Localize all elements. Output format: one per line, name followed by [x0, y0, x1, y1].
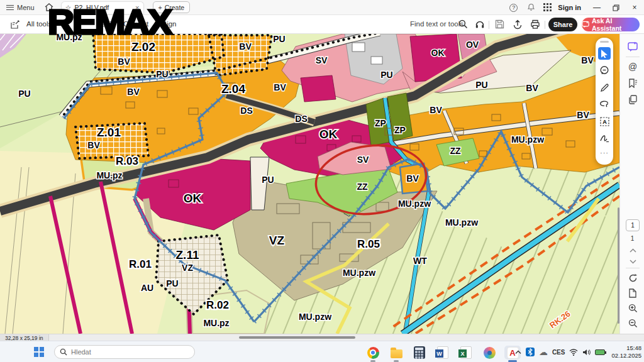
- taskbar-search[interactable]: [54, 345, 195, 359]
- apps-grid-icon[interactable]: [539, 3, 555, 13]
- search-icon[interactable]: [458, 19, 468, 29]
- svg-text:MU.pzw: MU.pzw: [511, 134, 544, 145]
- upload-share-icon[interactable]: [513, 19, 523, 30]
- divider: [489, 21, 489, 29]
- sign-in-button[interactable]: Sign in: [558, 4, 581, 11]
- ask-ai-assistant-button[interactable]: Ask AI Assistant: [582, 18, 640, 31]
- comment-tool-button[interactable]: [598, 64, 611, 77]
- svg-text:Z.02: Z.02: [131, 40, 155, 53]
- page-insert-icon: [628, 288, 637, 298]
- onedrive-cloud-icon[interactable]: ☁: [539, 347, 548, 357]
- restore-button[interactable]: [606, 0, 625, 15]
- save-icon[interactable]: [495, 19, 504, 29]
- svg-text:BV: BV: [118, 57, 130, 67]
- svg-text:VZ: VZ: [269, 234, 285, 247]
- svg-text:Z.04: Z.04: [221, 82, 245, 96]
- ai-chat-icon: [582, 21, 589, 28]
- svg-text:R.03: R.03: [116, 155, 138, 167]
- svg-text:PU: PU: [18, 89, 30, 99]
- taskbar-excel-icon[interactable]: X: [458, 346, 474, 359]
- chevron-down-icon: [630, 260, 636, 264]
- svg-text:SV: SV: [357, 155, 369, 165]
- insert-page-button[interactable]: [626, 287, 639, 299]
- select-tool-button[interactable]: [598, 47, 611, 60]
- svg-text:OK: OK: [319, 128, 338, 141]
- more-tools-button[interactable]: ···: [600, 149, 609, 156]
- hamburger-icon: [6, 5, 14, 10]
- quick-tools-palette: A ···: [596, 38, 613, 165]
- taskbar-word-icon[interactable]: W: [435, 346, 451, 359]
- ai-assistant-icon: [628, 41, 638, 52]
- svg-text:PU: PU: [166, 278, 178, 288]
- wifi-icon[interactable]: [569, 349, 578, 356]
- page-edit-icon[interactable]: [10, 19, 20, 30]
- svg-text:R.05: R.05: [357, 238, 380, 250]
- tray-date: 02.12.2025: [611, 352, 641, 359]
- print-icon[interactable]: [530, 19, 540, 30]
- battery-icon[interactable]: [595, 349, 605, 355]
- ask-ai-label: Ask AI Assistant: [592, 17, 640, 32]
- text-select-tool-button[interactable]: A: [598, 115, 611, 128]
- svg-text:ZZ: ZZ: [357, 182, 368, 192]
- zoom-out-button[interactable]: [626, 317, 639, 329]
- svg-text:PU: PU: [273, 34, 285, 44]
- share-button[interactable]: Share: [548, 18, 577, 31]
- svg-text:ZP: ZP: [394, 125, 406, 135]
- svg-text:R.01: R.01: [129, 258, 152, 270]
- svg-text:BV: BV: [274, 82, 286, 92]
- search-input[interactable]: [71, 348, 172, 356]
- comments-panel-button[interactable]: @: [626, 60, 639, 73]
- svg-text:ZZ: ZZ: [450, 146, 461, 156]
- notifications-bell-icon[interactable]: [523, 3, 539, 13]
- zoning-map: MU.pzZ.02BVBVPUSVOKOVPUBVZ.04BVDSPUDSPUP…: [0, 34, 619, 334]
- svg-text:OK: OK: [184, 192, 202, 205]
- read-aloud-headphones-icon[interactable]: [475, 19, 485, 30]
- running-indicator: [394, 360, 399, 362]
- page-total: 1: [620, 235, 644, 242]
- taskbar-explorer-icon[interactable]: [388, 346, 404, 359]
- volume-icon[interactable]: [582, 349, 591, 356]
- taskbar-chrome-icon[interactable]: [365, 346, 381, 359]
- fill-sign-tool-button[interactable]: [598, 132, 611, 145]
- divider: [626, 57, 640, 57]
- language-indicator[interactable]: CES: [552, 349, 565, 356]
- next-page-button[interactable]: [626, 255, 639, 268]
- search-icon: [60, 348, 67, 356]
- svg-text:MU.pzw: MU.pzw: [445, 217, 478, 228]
- close-button[interactable]: ×: [625, 0, 644, 15]
- pages-panel-button[interactable]: [626, 93, 639, 106]
- ai-assistant-panel-button[interactable]: [626, 40, 639, 53]
- tray-time: 15:48: [611, 344, 641, 352]
- svg-text:DS: DS: [295, 114, 307, 124]
- menu-label: Menu: [17, 4, 35, 11]
- svg-text:MU.pz: MU.pz: [96, 170, 122, 180]
- help-icon[interactable]: ?: [509, 4, 518, 12]
- vertical-scrollbar[interactable]: [618, 207, 619, 324]
- palette-drag-handle[interactable]: [600, 41, 609, 43]
- rotate-page-button[interactable]: [626, 272, 639, 284]
- svg-text:BV: BV: [239, 41, 252, 52]
- svg-text:Z.11: Z.11: [176, 248, 199, 261]
- previous-page-button[interactable]: [626, 244, 639, 256]
- taskbar-photos-icon[interactable]: [481, 346, 497, 359]
- tray-clock[interactable]: 15:48 02.12.2025: [611, 344, 641, 359]
- minimize-button[interactable]: —: [587, 0, 606, 15]
- menu-button[interactable]: Menu: [6, 4, 35, 11]
- find-text-field[interactable]: Find text or tools: [410, 20, 464, 28]
- acrobat-window: Menu ☆ P2_HLV.pdf × + Create ? Sign in —: [0, 0, 644, 362]
- draw-tool-button[interactable]: [598, 81, 611, 94]
- pdf-page-zoning-map[interactable]: MU.pzZ.02BVBVPUSVOKOVPUBVZ.04BVDSPUDSPUP…: [0, 34, 619, 334]
- svg-text:A: A: [602, 119, 607, 125]
- taskbar-calculator-icon[interactable]: [411, 346, 428, 359]
- bluetooth-icon[interactable]: [526, 348, 535, 356]
- remax-logo-watermark: REMAX: [48, 5, 170, 40]
- tray-chevron-icon[interactable]: [515, 350, 521, 354]
- zoom-in-button[interactable]: [626, 302, 639, 314]
- horizontal-scrollbar[interactable]: [239, 336, 355, 339]
- bookmarks-panel-button[interactable]: [626, 77, 639, 89]
- document-status-bar: 32,28 x 25,19 in: [0, 334, 644, 341]
- page-number-input[interactable]: 1: [626, 219, 640, 231]
- lasso-tool-button[interactable]: [598, 98, 611, 111]
- start-button[interactable]: [34, 347, 44, 357]
- ink-signature-icon: [599, 134, 609, 143]
